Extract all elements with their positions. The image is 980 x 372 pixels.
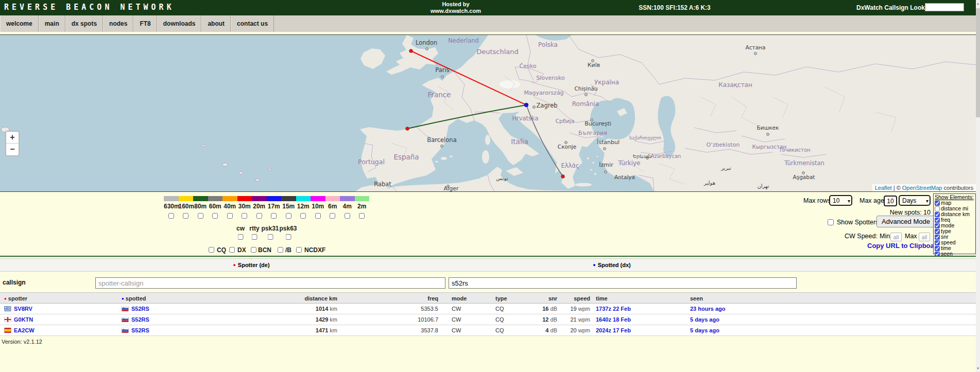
spotter-link[interactable]: G0KTN <box>14 316 33 323</box>
map-label: Точикистон <box>778 147 810 153</box>
seen-link[interactable]: 5 days ago <box>690 327 719 333</box>
mode-label-rtty: rtty <box>249 225 259 232</box>
spot-dot[interactable] <box>524 103 528 107</box>
band-checkbox-2m[interactable] <box>359 213 365 219</box>
map-label: Paris <box>435 66 449 74</box>
show-spotters-checkbox[interactable] <box>828 219 834 225</box>
nav-tab-contact-us[interactable]: contact us <box>231 15 274 32</box>
spot-dot[interactable] <box>561 175 565 179</box>
scrollbar-thumb[interactable] <box>976 8 980 117</box>
band-checkbox-630m[interactable] <box>168 213 174 219</box>
spot-dot[interactable] <box>409 49 413 53</box>
osm-link[interactable]: OpenStreetMap <box>902 185 942 191</box>
map-label: İstanbul <box>597 139 620 146</box>
map[interactable]: LondonParisКиївАстанаChișinăuZagrebBucur… <box>0 34 976 192</box>
band-checkbox-17m[interactable] <box>271 213 277 219</box>
city-marker-dot <box>426 48 427 49</box>
map-label: Hrvatska <box>512 115 538 122</box>
map-label: București <box>584 120 611 127</box>
spotted-link[interactable]: S52RS <box>131 316 149 323</box>
show-element-checkbox-time[interactable] <box>935 246 940 251</box>
cw-speed-label: CW Speed: <box>845 233 878 240</box>
type-checkbox-CQ[interactable] <box>209 247 214 253</box>
cw-speed-min-input[interactable] <box>890 233 902 241</box>
scrollbar-up-icon[interactable]: ▲ <box>976 0 980 7</box>
show-element-checkbox-freq[interactable] <box>935 218 940 223</box>
show-element-checkbox-distance-km[interactable] <box>935 212 940 217</box>
legend-bar: ●Spotter (de) ●Spotted (dx) <box>0 258 976 272</box>
band-checkbox-60m[interactable] <box>212 213 218 219</box>
nav-tab-about[interactable]: about <box>201 15 231 32</box>
band-swatch-12m <box>296 196 311 201</box>
show-element-checkbox-map[interactable] <box>935 201 940 206</box>
zoom-in-button[interactable]: + <box>6 132 19 144</box>
map-canvas[interactable]: LondonParisКиївАстанаChișinăuZagrebBucur… <box>0 35 976 191</box>
nav-tab-downloads[interactable]: downloads <box>157 15 202 32</box>
band-label-12m: 12m <box>296 203 311 210</box>
map-label: საქართველო <box>629 135 661 140</box>
time-link[interactable]: 1737z 22 Feb <box>596 306 631 312</box>
type-checkbox-DX[interactable] <box>229 247 235 253</box>
spotted-callsign-input[interactable] <box>449 277 797 289</box>
spotted-link[interactable]: S52RS <box>131 306 149 312</box>
nav-tab-welcome[interactable]: welcome <box>0 15 39 32</box>
max-age-input[interactable] <box>884 196 897 206</box>
spot-dot[interactable] <box>406 127 409 131</box>
show-element-checkbox-mode[interactable] <box>935 223 940 228</box>
mode-checkbox-rtty[interactable] <box>252 234 257 240</box>
band-checkbox-20m[interactable] <box>256 213 262 219</box>
map-label: London <box>416 39 437 46</box>
band-checkbox-40m[interactable] <box>227 213 233 219</box>
band-checkbox-6m[interactable] <box>330 213 335 219</box>
time-link[interactable]: 1640z 18 Feb <box>596 316 631 323</box>
seen-link[interactable]: 23 hours ago <box>690 306 725 312</box>
seen-link[interactable]: 5 days ago <box>690 316 719 323</box>
zoom-out-button[interactable]: − <box>6 144 19 155</box>
nav-tab-main[interactable]: main <box>39 15 65 32</box>
band-checkbox-10m[interactable] <box>315 213 321 219</box>
cw-speed-max-input[interactable] <box>919 233 930 241</box>
map-label: Deutschland <box>476 48 519 56</box>
band-checkbox-80m[interactable] <box>198 213 203 219</box>
time-link[interactable]: 2024z 17 Feb <box>596 327 631 333</box>
nav-tab-nodes[interactable]: nodes <box>103 15 133 32</box>
show-element-checkbox-snr[interactable] <box>935 235 940 240</box>
mode-checkbox-psk31[interactable] <box>267 234 273 240</box>
advanced-mode-button[interactable]: Advanced Mode <box>876 216 935 227</box>
type-checkbox-/B[interactable] <box>278 247 283 253</box>
band-swatch-4m <box>340 196 355 201</box>
time-cell: 2024z 17 Feb <box>596 325 631 335</box>
mode-checkbox-psk63[interactable] <box>285 234 291 240</box>
scrollbar-down-icon[interactable]: ▼ <box>976 365 980 372</box>
band-checkbox-12m[interactable] <box>300 213 306 219</box>
hosted-by-link[interactable]: www.dxwatch.com <box>420 8 492 14</box>
show-element-checkbox-distance-mi[interactable] <box>935 206 940 211</box>
hosted-by-line1: Hosted by <box>420 1 492 8</box>
nav-tab-dx-spots[interactable]: dx spots <box>65 15 103 32</box>
map-label: Скопје <box>558 144 576 150</box>
spotter-link[interactable]: EA2CW <box>14 327 35 333</box>
show-element-checkbox-speed[interactable] <box>935 240 940 245</box>
mode-checkbox-cw[interactable] <box>238 234 244 240</box>
spotted-link[interactable]: S52RS <box>131 327 149 333</box>
spotter-callsign-input[interactable] <box>95 277 445 289</box>
max-rows-select[interactable]: 10 <box>829 195 852 206</box>
band-checkbox-15m[interactable] <box>286 213 291 219</box>
spotter-link[interactable]: SV8RV <box>14 306 32 312</box>
band-checkbox-160m[interactable] <box>183 213 188 219</box>
band-label-60m: 60m <box>208 203 223 210</box>
lookup-input[interactable] <box>925 3 964 11</box>
band-label-4m: 4m <box>340 203 355 210</box>
show-element-checkbox-type[interactable] <box>935 229 940 234</box>
type-checkbox-BCN[interactable] <box>251 247 256 253</box>
column-header-mode: mode <box>452 293 467 304</box>
max-age-unit-select[interactable]: Days <box>899 195 931 206</box>
nav-tab-FT8[interactable]: FT8 <box>133 15 157 32</box>
type-checkbox-NCDXF[interactable] <box>296 247 302 253</box>
leaflet-link[interactable]: Leaflet <box>875 185 892 191</box>
band-checkbox-4m[interactable] <box>345 213 350 219</box>
band-checkbox-30m[interactable] <box>242 213 247 219</box>
spotter-dot-icon: ● <box>4 296 7 301</box>
spotter-dot-icon: ● <box>233 262 235 268</box>
copy-url-link[interactable]: Copy URL to Clipboard <box>867 242 941 250</box>
